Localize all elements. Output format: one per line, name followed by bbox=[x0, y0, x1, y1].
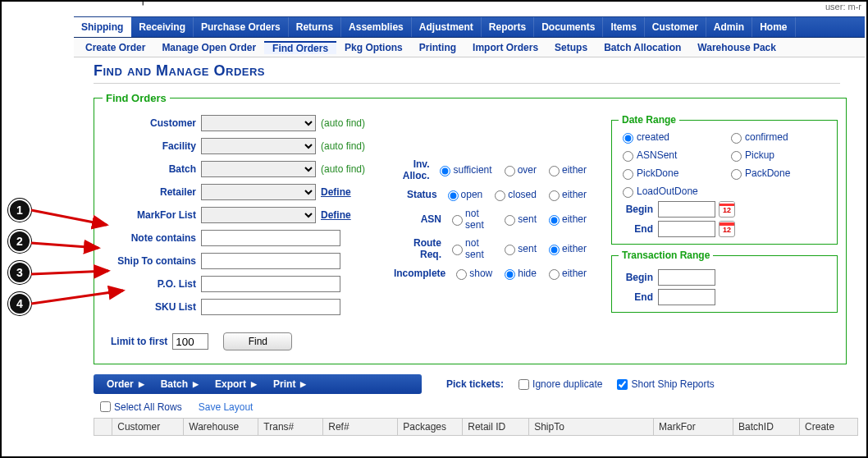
date-pickup-radio[interactable] bbox=[731, 151, 742, 162]
grid-col-create[interactable]: Create bbox=[800, 419, 858, 436]
grid-col-ref[interactable]: Ref# bbox=[323, 419, 398, 436]
nav-purchase-orders[interactable]: Purchase Orders bbox=[194, 17, 289, 37]
shipto-contains-input[interactable] bbox=[201, 253, 340, 269]
date-end-input[interactable] bbox=[658, 221, 715, 237]
grid-col-markfor[interactable]: MarkFor bbox=[653, 419, 733, 436]
routereq-sent-radio[interactable] bbox=[505, 245, 515, 255]
markfor-define-link[interactable]: Define bbox=[321, 209, 351, 221]
grid-col-retailid[interactable]: Retail ID bbox=[463, 419, 529, 436]
limit-input[interactable] bbox=[172, 333, 208, 350]
date-packdone-text: PackDone bbox=[745, 167, 790, 179]
nav-home[interactable]: Home bbox=[752, 17, 795, 37]
status-closed-radio[interactable] bbox=[495, 190, 505, 201]
nav-assemblies[interactable]: Assemblies bbox=[341, 17, 412, 37]
subnav-printing[interactable]: Printing bbox=[411, 42, 464, 53]
asn-sent-radio[interactable] bbox=[505, 215, 515, 226]
inv-alloc-label: Inv. Alloc. bbox=[390, 158, 436, 181]
action-export-menu[interactable]: Export▶ bbox=[207, 378, 265, 390]
select-all-rows-checkbox[interactable] bbox=[100, 401, 111, 412]
calendar-icon[interactable]: 12 bbox=[719, 221, 735, 237]
status-open-radio[interactable] bbox=[448, 190, 459, 201]
grid-col-warehouse[interactable]: Warehouse bbox=[184, 419, 258, 436]
routereq-either-text: either bbox=[562, 243, 587, 254]
nav-reports[interactable]: Reports bbox=[482, 17, 534, 37]
inv-alloc-either-radio[interactable] bbox=[549, 166, 560, 176]
chevron-right-icon: ▶ bbox=[251, 380, 257, 388]
status-either-radio[interactable] bbox=[549, 190, 560, 201]
ignore-duplicate-checkbox[interactable] bbox=[519, 379, 529, 390]
grid-col-customer[interactable]: Customer bbox=[112, 419, 184, 436]
date-pickdone-text: PickDone bbox=[637, 167, 678, 179]
subnav-warehouse-pack[interactable]: Warehouse Pack bbox=[689, 42, 784, 53]
date-loadoutdone-radio[interactable] bbox=[623, 187, 633, 198]
svg-line-1 bbox=[31, 243, 98, 248]
customer-hint: (auto find) bbox=[321, 117, 365, 129]
po-list-input[interactable] bbox=[201, 276, 340, 292]
inv-alloc-sufficient-radio[interactable] bbox=[440, 166, 450, 176]
incomplete-show-text: show bbox=[469, 268, 492, 279]
sku-list-input[interactable] bbox=[201, 299, 340, 315]
nav-admin[interactable]: Admin bbox=[706, 17, 752, 37]
date-pickdone-radio[interactable] bbox=[623, 169, 633, 180]
retailer-select[interactable] bbox=[201, 184, 316, 200]
status-open-text: open bbox=[461, 189, 483, 200]
status-either-text: either bbox=[562, 189, 587, 200]
page-title: Find and Manage Orders bbox=[94, 62, 840, 84]
action-print-menu[interactable]: Print▶ bbox=[265, 378, 314, 390]
markfor-select[interactable] bbox=[201, 207, 316, 223]
asn-either-text: either bbox=[562, 213, 587, 225]
routereq-either-radio[interactable] bbox=[549, 245, 560, 255]
subnav-pkg-options[interactable]: Pkg Options bbox=[336, 42, 411, 53]
facility-select[interactable] bbox=[201, 138, 316, 154]
asn-notsent-radio[interactable] bbox=[452, 215, 463, 226]
action-order-menu[interactable]: Order▶ bbox=[98, 378, 153, 390]
save-layout-link[interactable]: Save Layout bbox=[199, 401, 254, 413]
routereq-notsent-radio[interactable] bbox=[452, 245, 463, 255]
incomplete-show-radio[interactable] bbox=[456, 269, 467, 280]
asn-either-radio[interactable] bbox=[549, 215, 560, 226]
annotation-bubble-2: 2 bbox=[8, 230, 31, 253]
incomplete-hide-radio[interactable] bbox=[505, 269, 515, 280]
subnav-import-orders[interactable]: Import Orders bbox=[464, 42, 546, 53]
date-begin-input[interactable] bbox=[658, 201, 715, 218]
inv-alloc-sufficient-text: sufficient bbox=[453, 164, 491, 176]
nav-shipping[interactable]: Shipping bbox=[74, 17, 131, 37]
subnav-find-orders[interactable]: Find Orders bbox=[264, 41, 336, 54]
date-loadoutdone-text: LoadOutDone bbox=[637, 185, 698, 197]
action-batch-menu[interactable]: Batch▶ bbox=[153, 378, 207, 390]
incomplete-either-radio[interactable] bbox=[549, 269, 560, 280]
grid-col-shipto[interactable]: ShipTo bbox=[529, 419, 654, 436]
nav-returns[interactable]: Returns bbox=[289, 17, 341, 37]
retailer-define-link[interactable]: Define bbox=[321, 186, 351, 198]
subnav-batch-allocation[interactable]: Batch Allocation bbox=[596, 42, 689, 53]
asn-notsent-text: not sent bbox=[465, 208, 492, 231]
grid-col-checkbox[interactable] bbox=[94, 419, 112, 436]
nav-receiving[interactable]: Receiving bbox=[131, 17, 194, 37]
subnav-create-order[interactable]: Create Order bbox=[77, 42, 153, 53]
subnav-manage-open-order[interactable]: Manage Open Order bbox=[153, 42, 264, 53]
trans-begin-input[interactable] bbox=[658, 269, 715, 286]
nav-adjustment[interactable]: Adjustment bbox=[412, 17, 482, 37]
find-button[interactable]: Find bbox=[223, 332, 292, 350]
customer-select[interactable] bbox=[201, 115, 316, 131]
inv-alloc-over-radio[interactable] bbox=[505, 166, 515, 176]
batch-select[interactable] bbox=[201, 161, 316, 177]
short-ship-reports-checkbox[interactable] bbox=[617, 379, 628, 390]
chevron-right-icon: ▶ bbox=[300, 380, 306, 388]
date-confirmed-radio[interactable] bbox=[731, 133, 742, 144]
grid-col-packages[interactable]: Packages bbox=[398, 419, 463, 436]
trans-end-input[interactable] bbox=[658, 289, 715, 305]
incomplete-label: Incomplete bbox=[390, 268, 452, 279]
customer-label: Customer bbox=[103, 117, 201, 129]
note-contains-input[interactable] bbox=[201, 230, 340, 246]
calendar-icon[interactable]: 12 bbox=[719, 201, 735, 218]
date-asnsent-radio[interactable] bbox=[623, 151, 633, 162]
nav-customer[interactable]: Customer bbox=[645, 17, 706, 37]
subnav-setups[interactable]: Setups bbox=[546, 42, 596, 53]
date-created-radio[interactable] bbox=[623, 133, 633, 144]
grid-col-trans[interactable]: Trans# bbox=[258, 419, 323, 436]
grid-col-batchid[interactable]: BatchID bbox=[733, 419, 800, 436]
date-packdone-radio[interactable] bbox=[731, 169, 742, 180]
nav-items[interactable]: Items bbox=[603, 17, 644, 37]
nav-documents[interactable]: Documents bbox=[534, 17, 603, 37]
